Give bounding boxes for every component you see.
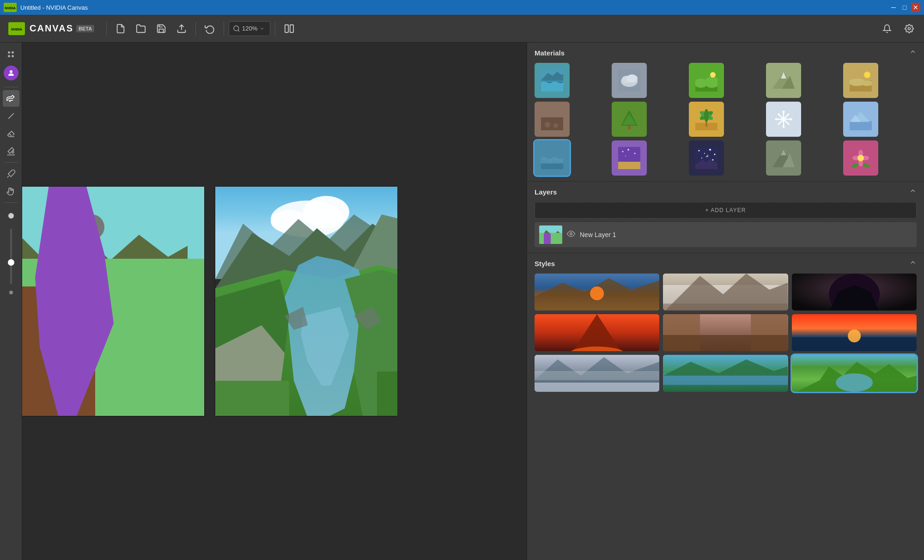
layers-title: Layers [535, 188, 557, 196]
material-palm[interactable] [689, 102, 724, 137]
style-thumbnail-2 [663, 274, 788, 310]
photo-canvas-panel [214, 186, 397, 417]
toolbar-divider3 [224, 22, 224, 36]
avatar[interactable] [4, 66, 18, 80]
material-stars[interactable] [689, 140, 724, 176]
brush-tool[interactable] [3, 90, 19, 107]
svg-point-81 [622, 151, 624, 152]
minimize-button[interactable]: ─ [889, 3, 898, 12]
flower-material-icon [850, 147, 872, 169]
material-cloud[interactable] [612, 63, 647, 98]
material-mountain[interactable] [766, 63, 801, 98]
style-foggy-mountain[interactable] [663, 274, 788, 310]
layer-thumb-purple [544, 233, 551, 244]
material-rock[interactable] [766, 140, 801, 176]
layers-collapse[interactable] [909, 187, 917, 196]
brush-icon [6, 94, 16, 103]
svg-rect-27 [215, 381, 289, 417]
eyedropper-tool[interactable] [3, 165, 19, 182]
materials-title: Materials [535, 49, 565, 57]
style-thumbnail-8 [663, 355, 788, 392]
svg-point-91 [712, 159, 714, 161]
nvidia-logo: NVIDIA [4, 3, 17, 12]
compare-button[interactable] [280, 19, 298, 38]
snow-material-icon [772, 108, 795, 130]
search-icon [233, 25, 240, 32]
titlebar: NVIDIA Untitled - NVIDIA Canvas ─ □ ✕ [0, 0, 924, 15]
style-desert-sunset[interactable] [535, 274, 659, 310]
materials-collapse[interactable] [909, 48, 917, 57]
eraser-tool[interactable] [3, 125, 19, 142]
material-water[interactable] [535, 63, 570, 98]
svg-point-10 [10, 70, 12, 73]
chevron-up-icon-3 [909, 259, 917, 266]
toolbar-divider2 [195, 22, 196, 36]
svg-line-11 [8, 113, 14, 119]
material-purple-sky[interactable] [612, 140, 647, 176]
svg-point-102 [857, 155, 864, 161]
style-sunset-ocean[interactable] [792, 314, 917, 351]
photo-canvas[interactable] [214, 186, 397, 417]
material-sand[interactable] [843, 63, 878, 98]
style-volcanic[interactable] [535, 314, 659, 351]
material-flower[interactable] [843, 140, 878, 176]
save-button[interactable] [152, 19, 170, 38]
layer-visibility-toggle[interactable] [567, 230, 575, 240]
line-tool[interactable] [3, 108, 19, 124]
settings-button[interactable] [900, 19, 918, 38]
style-green-valley[interactable] [792, 355, 917, 392]
svg-rect-74 [850, 121, 872, 130]
svg-point-72 [790, 118, 792, 121]
undo-button[interactable] [201, 19, 219, 38]
svg-point-82 [627, 149, 629, 151]
material-ice[interactable] [843, 102, 878, 137]
style-lake-valley[interactable] [663, 355, 788, 392]
close-button[interactable]: ✕ [911, 3, 920, 12]
svg-rect-127 [535, 383, 659, 392]
titlebar-left: NVIDIA Untitled - NVIDIA Canvas [4, 3, 88, 12]
pan-tool[interactable] [3, 183, 19, 200]
svg-point-70 [783, 126, 785, 128]
purple-sky-material-icon [618, 147, 640, 169]
add-layer-button[interactable]: + ADD LAYER [535, 202, 917, 219]
layers-section: Layers + ADD LAYER New Layer 1 [527, 181, 924, 253]
menu-button[interactable] [3, 46, 19, 63]
styles-title: Styles [535, 260, 555, 268]
size-small[interactable] [3, 207, 19, 224]
material-grass[interactable] [689, 63, 724, 98]
material-snow[interactable] [766, 102, 801, 137]
fill-tool[interactable] [3, 143, 19, 159]
svg-rect-80 [618, 162, 640, 169]
toolbar-divider [106, 22, 107, 36]
svg-point-83 [634, 153, 636, 154]
open-button[interactable] [132, 19, 150, 38]
svg-point-69 [783, 111, 785, 113]
material-dirt[interactable] [535, 102, 570, 137]
size-slider-track[interactable] [10, 229, 12, 284]
styles-collapse[interactable] [909, 259, 917, 268]
materials-section: Materials [527, 43, 924, 181]
style-thumbnail-5 [663, 314, 788, 351]
maximize-button[interactable]: □ [900, 3, 909, 12]
layer-item[interactable]: New Layer 1 [535, 222, 917, 247]
svg-rect-79 [618, 147, 640, 162]
grid-icon [8, 51, 14, 58]
size-slider-thumb[interactable] [8, 259, 14, 266]
svg-rect-28 [377, 371, 397, 417]
sketch-canvas[interactable] [22, 186, 205, 417]
left-sidebar [0, 43, 22, 560]
style-canyon[interactable] [663, 314, 788, 351]
style-thumbnail-6 [792, 314, 917, 351]
material-tree[interactable] [612, 102, 647, 137]
export-button[interactable] [172, 19, 191, 38]
material-wave[interactable] [535, 140, 570, 176]
stars-material-icon [695, 147, 717, 169]
style-winter-mountains[interactable] [535, 355, 659, 392]
notifications-button[interactable] [878, 19, 896, 38]
toolbar-right [878, 19, 918, 38]
zoom-control[interactable]: 120% [229, 21, 270, 36]
svg-point-90 [701, 158, 702, 158]
new-button[interactable] [111, 19, 130, 38]
tool-separator-1 [5, 87, 18, 87]
style-dark-cave[interactable] [792, 274, 917, 310]
